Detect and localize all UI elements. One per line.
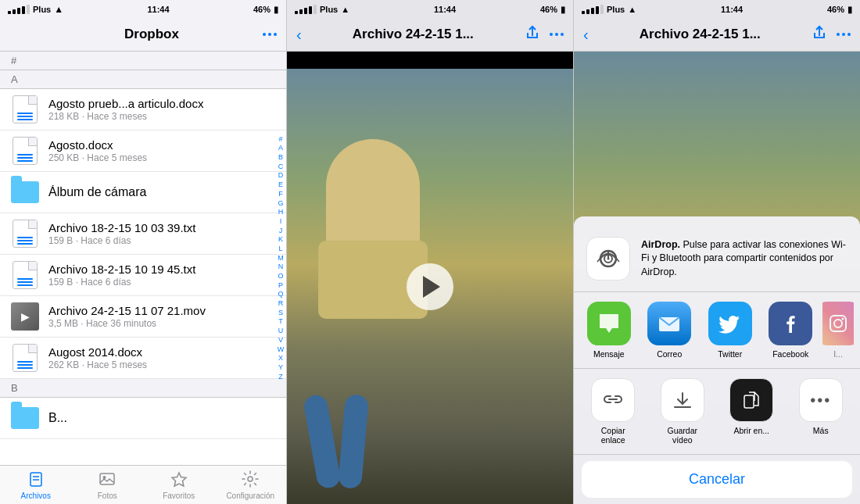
file-meta: 262 KB · Hace 5 meses: [48, 359, 275, 370]
file-meta: 3,5 MB · Hace 36 minutos: [48, 318, 275, 329]
wifi-icon-2: ▲: [341, 5, 349, 14]
tab-archivos[interactable]: Archivos: [0, 466, 72, 504]
file-info: Augost 2014.docx 262 KB · Hace 5 meses: [48, 345, 275, 370]
status-bar-3: Plus ▲ 11:44 46% ▮: [574, 0, 860, 17]
svg-rect-19: [744, 395, 754, 408]
battery-pct-1: 46%: [253, 5, 271, 14]
save-video-icon: [661, 378, 704, 422]
more-button-2[interactable]: [550, 33, 564, 36]
file-icon-doc: [11, 95, 39, 123]
time-3: 11:44: [721, 5, 743, 14]
battery-icon-1: ▮: [274, 5, 278, 15]
save-video-label: Guardarvídeo: [667, 426, 697, 445]
battery-icon-2: ▮: [561, 5, 565, 15]
open-in-label: Abrir en...: [733, 426, 769, 435]
share-app-mail[interactable]: Correo: [641, 302, 699, 359]
file-info: Álbum de cámara: [48, 185, 275, 199]
svg-point-4: [103, 476, 106, 479]
svg-point-15: [834, 320, 842, 327]
status-left-1: Plus ▲: [8, 4, 63, 15]
more-label: Más: [813, 426, 829, 435]
file-info: Archivo 18-2-15 10 19 45.txt 159 B · Hac…: [48, 263, 275, 288]
file-name: Archivo 18-2-15 10 19 45.txt: [48, 263, 275, 276]
list-item[interactable]: Álbum de cámara: [0, 172, 286, 213]
airdrop-row[interactable]: AirDrop. Pulse para activar las conexion…: [574, 229, 860, 292]
app-share-row: Mensaje Correo Twitter: [574, 292, 860, 369]
file-icon-doc: [11, 261, 39, 289]
carrier-3: Plus: [607, 5, 625, 14]
carrier-1: Plus: [33, 5, 51, 14]
back-button-2[interactable]: ‹: [296, 27, 302, 42]
file-info: Archivo 18-2-15 10 03 39.txt 159 B · Hac…: [48, 221, 275, 246]
file-info: B...: [48, 411, 275, 425]
section-header-b: B: [0, 379, 286, 398]
list-item[interactable]: Archivo 18-2-15 10 03 39.txt 159 B · Hac…: [0, 213, 286, 255]
file-name: Augost 2014.docx: [48, 345, 275, 359]
tab-configuracion[interactable]: Configuración: [215, 466, 287, 504]
share-button-2[interactable]: [525, 23, 540, 45]
action-copy-link[interactable]: Copiarenlace: [580, 378, 647, 445]
file-meta: 218 KB · Hace 3 meses: [48, 111, 275, 122]
more-button-1[interactable]: [263, 33, 277, 36]
share-app-instagram[interactable]: I...: [822, 302, 854, 359]
play-triangle-icon: [423, 276, 440, 298]
file-name: Agosto.docx: [48, 138, 275, 152]
panel-share: Plus ▲ 11:44 46% ▮ ‹ Archivo 24-2-15 1..…: [574, 0, 860, 504]
panel-video: Plus ▲ 11:44 46% ▮ ‹ Archivo 24-2-15 1..…: [287, 0, 574, 504]
signal-icon-3: [582, 5, 604, 14]
file-name: Álbum de cámara: [48, 185, 275, 199]
file-info: Agosto.docx 250 KB · Hace 5 meses: [48, 138, 275, 163]
panel3-title: Archivo 24-2-15 1...: [640, 27, 761, 42]
tab-favoritos[interactable]: Favoritos: [143, 466, 215, 504]
share-app-facebook[interactable]: Facebook: [762, 302, 820, 359]
status-bar-2: Plus ▲ 11:44 46% ▮: [287, 0, 573, 17]
alpha-index[interactable]: # A B C D E F G H I J K L M N O P Q R S …: [275, 52, 286, 465]
back-chevron-icon-2: ‹: [296, 27, 302, 42]
open-in-icon: [729, 378, 773, 422]
file-icon-doc: [11, 220, 39, 248]
svg-marker-5: [172, 473, 186, 486]
tab-fotos[interactable]: Fotos: [72, 466, 144, 504]
video-content[interactable]: [287, 69, 573, 504]
back-chevron-icon-3: ‹: [583, 27, 589, 42]
more-icon: •••: [799, 378, 843, 422]
nav-bar-1: Dropbox: [0, 17, 286, 52]
back-button-3[interactable]: ‹: [583, 27, 589, 42]
time-1: 11:44: [147, 5, 169, 14]
share-button-3[interactable]: [812, 23, 827, 45]
list-item[interactable]: Augost 2014.docx 262 KB · Hace 5 meses: [0, 338, 286, 379]
tab-favoritos-label: Favoritos: [163, 491, 195, 500]
favoritos-icon: [170, 470, 188, 490]
twitter-label: Twitter: [718, 349, 742, 359]
list-item[interactable]: ▶ Archivo 24-2-15 11 07 21.mov 3,5 MB · …: [0, 296, 286, 338]
svg-point-6: [248, 477, 253, 481]
nav-bar-3: ‹ Archivo 24-2-15 1...: [574, 17, 860, 52]
action-open-in[interactable]: Abrir en...: [718, 378, 785, 445]
more-button-3[interactable]: [837, 33, 851, 36]
share-app-twitter[interactable]: Twitter: [701, 302, 759, 359]
twitter-icon: [708, 302, 752, 345]
status-right-1: 46% ▮: [253, 5, 278, 15]
tab-fotos-label: Fotos: [98, 491, 117, 500]
mail-icon: [647, 302, 691, 345]
folder-icon: [11, 404, 39, 432]
svg-rect-3: [100, 474, 114, 484]
share-app-messages[interactable]: Mensaje: [580, 302, 638, 359]
action-save-video[interactable]: Guardarvídeo: [650, 378, 716, 445]
action-more[interactable]: ••• Más: [788, 378, 855, 445]
facebook-label: Facebook: [772, 349, 808, 359]
messages-label: Mensaje: [593, 349, 625, 359]
cancel-label: Cancelar: [689, 471, 745, 487]
instagram-icon: [822, 302, 854, 345]
nav-bar-2: ‹ Archivo 24-2-15 1...: [287, 17, 573, 52]
list-item[interactable]: Agosto.docx 250 KB · Hace 5 meses: [0, 130, 286, 172]
panel2-title: Archivo 24-2-15 1...: [353, 27, 474, 42]
list-item[interactable]: B...: [0, 398, 286, 439]
play-button[interactable]: [407, 263, 453, 310]
list-item[interactable]: Archivo 18-2-15 10 19 45.txt 159 B · Hac…: [0, 255, 286, 296]
copy-link-label: Copiarenlace: [601, 426, 625, 445]
file-meta: 159 B · Hace 6 días: [48, 277, 275, 288]
cancel-button[interactable]: Cancelar: [582, 461, 852, 498]
list-item[interactable]: Agosto prueb...a articulo.docx 218 KB · …: [0, 89, 286, 130]
tab-archivos-label: Archivos: [21, 491, 51, 500]
